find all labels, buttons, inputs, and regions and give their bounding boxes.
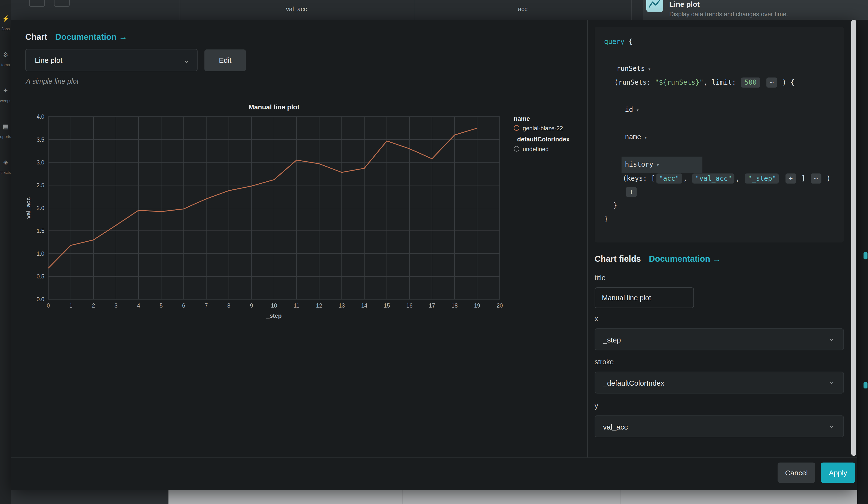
- edit-button[interactable]: Edit: [204, 50, 246, 71]
- background-table-strip: [168, 490, 857, 504]
- legend-entry-label: undefined: [523, 145, 549, 152]
- query-text: ,: [683, 175, 691, 182]
- svg-text:6: 6: [182, 303, 185, 309]
- query-field-name[interactable]: id: [625, 105, 633, 113]
- svg-text:14: 14: [361, 303, 368, 309]
- query-field-caret[interactable]: ▾: [653, 162, 659, 168]
- query-field-name[interactable]: runSets: [617, 64, 645, 72]
- modal-scrollbar[interactable]: [851, 20, 856, 456]
- query-text: ]: [797, 175, 809, 182]
- automations-icon: ⚙: [0, 51, 11, 58]
- apply-button[interactable]: Apply: [821, 463, 855, 483]
- query-field-name[interactable]: history: [625, 160, 653, 168]
- query-key-chip[interactable]: "val_acc": [693, 174, 735, 183]
- panel-title-val-acc: val_acc: [286, 6, 307, 12]
- cancel-button[interactable]: Cancel: [777, 463, 815, 483]
- x-field-select[interactable]: _step ⌄: [595, 328, 844, 350]
- query-chip[interactable]: +: [785, 174, 796, 183]
- app-sidebar: ⚡ Jobs ⚙ toma ✦ weeps ▤ eports ◈ tifacts: [0, 0, 11, 504]
- sidebar-item-artifacts[interactable]: ◈ tifacts: [0, 158, 11, 175]
- chart-preview-pane: Chart Documentation → Line plot ⌄ Edit A…: [11, 20, 588, 458]
- chevron-down-icon: ⌄: [829, 328, 834, 350]
- svg-text:19: 19: [474, 303, 480, 309]
- svg-text:20: 20: [497, 303, 503, 309]
- query-line: (keys: ["acc", "val_acc", "_step" + ] ⋯ …: [595, 172, 844, 185]
- cropped-icon: [864, 252, 868, 259]
- svg-text:13: 13: [339, 303, 345, 309]
- svg-text:3.0: 3.0: [37, 159, 44, 166]
- sidebar-item-automations[interactable]: ⚙ toma: [0, 51, 11, 67]
- field-label-stroke: stroke: [595, 358, 614, 366]
- query-string: "${runSets}": [655, 78, 703, 86]
- query-chip[interactable]: ⋯: [810, 174, 822, 183]
- query-field-caret[interactable]: ▾: [645, 66, 651, 72]
- background-right-column: [857, 20, 868, 504]
- background-panels-strip: val_acc acc Line plot Display data trend…: [11, 0, 868, 20]
- svg-text:18: 18: [452, 303, 458, 309]
- chart-fields-heading: Chart fields Documentation →: [595, 254, 721, 263]
- svg-text:0.5: 0.5: [37, 273, 44, 280]
- query-chip[interactable]: +: [626, 187, 637, 197]
- svg-text:3.5: 3.5: [37, 137, 44, 143]
- artifacts-icon: ◈: [0, 158, 11, 166]
- svg-text:11: 11: [293, 303, 299, 309]
- background-bottom-left: [11, 490, 168, 504]
- field-label-title: title: [595, 274, 606, 282]
- field-label-y: y: [595, 402, 598, 410]
- reports-icon: ▤: [0, 123, 11, 130]
- panel-title-acc: acc: [518, 6, 528, 12]
- query-field-caret[interactable]: ▾: [641, 135, 647, 140]
- svg-text:2: 2: [92, 303, 95, 309]
- chart-fields-doc-link[interactable]: Documentation →: [649, 254, 721, 263]
- query-field-caret[interactable]: ▾: [633, 107, 639, 113]
- svg-text:8: 8: [227, 303, 230, 309]
- query-text: ) {: [778, 78, 795, 86]
- legend-dot-icon: [514, 146, 519, 151]
- stroke-field-select[interactable]: _defaultColorIndex ⌄: [595, 371, 844, 393]
- panel-mini-button: [29, 0, 45, 7]
- picker-card-title: Line plot: [669, 0, 700, 9]
- svg-text:3: 3: [114, 303, 118, 309]
- sweeps-icon: ✦: [0, 86, 11, 94]
- query-value-chip[interactable]: 500: [741, 77, 760, 87]
- query-editor: query {runSets ▾(runSets: "${runSets}", …: [595, 27, 844, 243]
- svg-text:5: 5: [159, 303, 163, 309]
- svg-text:0.0: 0.0: [37, 296, 44, 303]
- table-divider: [402, 490, 403, 504]
- sidebar-item-label: Jobs: [0, 27, 11, 31]
- sidebar-item-label: toma: [0, 63, 11, 67]
- query-line: runSets ▾: [595, 62, 844, 76]
- query-key-chip[interactable]: "acc": [656, 174, 682, 183]
- title-input[interactable]: [595, 287, 694, 308]
- panel-divider: [180, 0, 180, 20]
- query-chip[interactable]: ⋯: [766, 77, 777, 87]
- y-field-value: val_acc: [603, 423, 628, 431]
- query-line: name ▾: [595, 130, 844, 144]
- svg-text:4.0: 4.0: [37, 114, 44, 120]
- panel-type-card-line-plot[interactable]: Line plot Display data trends and change…: [643, 0, 868, 20]
- svg-text:0: 0: [47, 303, 50, 309]
- stroke-field-value: _defaultColorIndex: [603, 379, 664, 387]
- y-field-select[interactable]: val_acc ⌄: [595, 416, 844, 437]
- chevron-down-icon: ⌄: [829, 371, 834, 393]
- field-label-x: x: [595, 315, 598, 323]
- chart-doc-link[interactable]: Documentation →: [55, 32, 127, 41]
- sidebar-item-reports[interactable]: ▤ eports: [0, 123, 11, 139]
- chart-type-select[interactable]: Line plot ⌄: [25, 49, 198, 71]
- sidebar-item-sweeps[interactable]: ✦ weeps: [0, 86, 11, 103]
- query-line: history ▾: [595, 158, 844, 172]
- query-line: id ▾: [595, 103, 844, 117]
- query-text: , limit:: [703, 78, 740, 86]
- query-key-chip[interactable]: "_step": [745, 174, 779, 183]
- svg-text:1.5: 1.5: [37, 228, 44, 234]
- sidebar-item-jobs[interactable]: ⚡ Jobs: [0, 14, 11, 31]
- modal-title: Chart: [25, 32, 47, 41]
- panel-mini-button: [54, 0, 70, 7]
- svg-text:9: 9: [250, 303, 253, 309]
- svg-text:2.0: 2.0: [37, 205, 44, 211]
- query-field-name[interactable]: name: [625, 133, 641, 141]
- svg-text:4: 4: [137, 303, 140, 309]
- sidebar-item-label: tifacts: [0, 171, 11, 175]
- svg-text:7: 7: [205, 303, 208, 309]
- line-plot-icon: [646, 0, 663, 12]
